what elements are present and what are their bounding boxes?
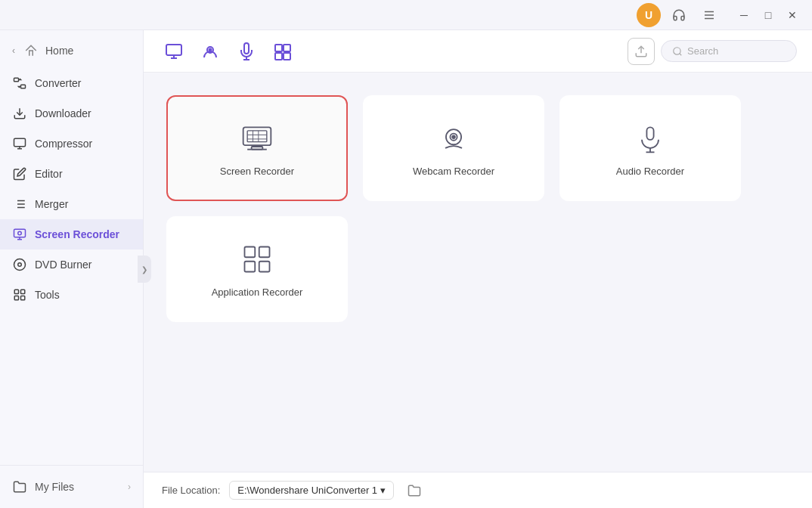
svg-rect-44 — [259, 261, 270, 271]
card-audio-recorder-label: Audio Recorder — [616, 166, 684, 177]
webcam-tab-button[interactable] — [195, 36, 225, 67]
cards-row-1: Screen Recorder Webcam Recorder — [166, 95, 789, 201]
my-files-icon — [12, 479, 27, 494]
screen-recorder-icon — [12, 227, 27, 242]
card-webcam-recorder-label: Webcam Recorder — [413, 166, 494, 177]
converter-icon — [12, 76, 27, 91]
titlebar: U ─ □ ✕ — [0, 0, 812, 30]
screen-tab-button[interactable] — [159, 36, 189, 67]
svg-rect-12 — [21, 290, 25, 293]
svg-line-26 — [680, 53, 682, 55]
sidebar-item-label: My Files — [35, 481, 74, 493]
audio-tab-button[interactable] — [231, 36, 262, 67]
svg-rect-20 — [275, 45, 282, 51]
sidebar-item-downloader[interactable]: Downloader — [0, 98, 143, 129]
card-application-recorder[interactable]: Application Recorder — [166, 216, 348, 322]
editor-icon — [12, 166, 27, 181]
webcam-recorder-card-icon — [435, 120, 472, 156]
cards-area: Screen Recorder Webcam Recorder — [144, 73, 812, 472]
sidebar-item-converter[interactable]: Converter — [0, 68, 143, 98]
sidebar-home-icon — [24, 44, 38, 57]
apps-tab-button[interactable] — [268, 36, 298, 67]
svg-point-9 — [14, 259, 26, 271]
sidebar-item-compressor[interactable]: Compressor — [0, 129, 143, 159]
svg-point-10 — [18, 263, 22, 267]
svg-point-25 — [674, 47, 680, 54]
support-button[interactable] — [667, 3, 691, 27]
svg-rect-43 — [245, 261, 256, 271]
tools-icon — [12, 287, 27, 302]
card-screen-recorder[interactable]: Screen Recorder — [166, 95, 348, 201]
user-avatar[interactable]: U — [637, 3, 661, 27]
bottom-bar: File Location: E:\Wondershare UniConvert… — [144, 472, 812, 508]
sidebar-item-screen-recorder[interactable]: Screen Recorder — [0, 219, 143, 249]
svg-rect-23 — [284, 53, 290, 60]
maximize-button[interactable]: □ — [758, 5, 779, 26]
sidebar-item-label: Merger — [35, 198, 68, 210]
screen-recorder-card-icon — [239, 120, 275, 156]
sidebar-item-label: Downloader — [35, 107, 91, 119]
dvd-burner-icon — [12, 257, 27, 272]
search-box — [661, 40, 797, 62]
sidebar-item-tools[interactable]: Tools — [0, 280, 143, 310]
sidebar-home-label: Home — [45, 45, 73, 57]
sidebar-collapse-button[interactable]: ❯ — [138, 256, 151, 283]
sidebar-item-my-files[interactable]: My Files › — [0, 472, 143, 502]
sidebar-item-label: Compressor — [35, 138, 92, 150]
application-recorder-card-icon — [239, 241, 275, 277]
svg-rect-15 — [166, 45, 181, 55]
file-location-label: File Location: — [162, 485, 220, 496]
menu-button[interactable] — [697, 3, 721, 27]
card-audio-recorder[interactable]: Audio Recorder — [559, 95, 741, 201]
chevron-left-icon: ‹ — [12, 45, 15, 56]
file-location-select[interactable]: E:\Wondershare UniConverter 1 ▾ — [229, 481, 394, 500]
svg-rect-7 — [14, 229, 26, 237]
sidebar-item-dvd-burner[interactable]: DVD Burner — [0, 249, 143, 280]
svg-rect-41 — [245, 246, 256, 257]
dropdown-arrow-icon: ▾ — [380, 485, 386, 496]
main-content: Screen Recorder Webcam Recorder — [144, 30, 812, 508]
open-folder-button[interactable] — [403, 479, 426, 502]
card-screen-recorder-label: Screen Recorder — [220, 166, 294, 177]
svg-point-37 — [452, 135, 455, 138]
sidebar-item-label: Editor — [35, 168, 63, 180]
my-files-arrow: › — [128, 482, 131, 492]
card-webcam-recorder[interactable]: Webcam Recorder — [363, 95, 544, 201]
top-toolbar — [144, 30, 812, 73]
upload-button[interactable] — [628, 38, 655, 65]
sidebar-item-merger[interactable]: Merger — [0, 189, 143, 219]
sidebar: ‹ Home Converter — [0, 30, 144, 508]
minimize-button[interactable]: ─ — [733, 5, 755, 26]
close-button[interactable]: ✕ — [782, 5, 803, 26]
cards-row-2: Application Recorder — [166, 216, 789, 322]
audio-recorder-card-icon — [632, 120, 668, 156]
svg-rect-38 — [646, 127, 653, 140]
window-controls: ─ □ ✕ — [733, 5, 803, 26]
svg-rect-6 — [14, 138, 26, 147]
svg-point-17 — [209, 48, 212, 51]
sidebar-home[interactable]: ‹ Home — [0, 36, 143, 65]
svg-rect-11 — [14, 290, 18, 293]
svg-rect-21 — [284, 45, 290, 51]
search-icon — [672, 46, 683, 57]
app-body: ‹ Home Converter — [0, 30, 812, 508]
svg-rect-3 — [14, 78, 19, 82]
sidebar-item-label: Screen Recorder — [35, 228, 119, 240]
svg-rect-30 — [247, 130, 267, 141]
downloader-icon — [12, 106, 27, 121]
compressor-icon — [12, 136, 27, 151]
search-input[interactable] — [687, 45, 786, 57]
sidebar-bottom: My Files › — [0, 465, 143, 508]
file-location-value: E:\Wondershare UniConverter 1 — [237, 485, 377, 496]
sidebar-item-label: DVD Burner — [35, 259, 91, 271]
svg-rect-14 — [21, 296, 25, 300]
svg-rect-42 — [259, 246, 270, 257]
sidebar-item-editor[interactable]: Editor — [0, 159, 143, 189]
sidebar-item-label: Tools — [35, 289, 60, 301]
svg-rect-13 — [14, 296, 18, 300]
svg-point-8 — [18, 231, 22, 235]
card-application-recorder-label: Application Recorder — [212, 287, 303, 298]
svg-rect-22 — [275, 53, 282, 60]
merger-icon — [12, 197, 27, 212]
sidebar-item-label: Converter — [35, 77, 81, 89]
